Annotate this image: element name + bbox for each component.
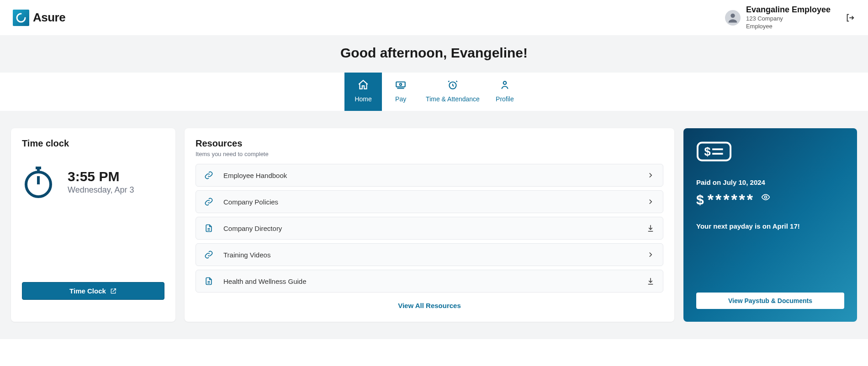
logo-mark — [13, 10, 29, 26]
main-content: Time clock 3:55 PM Wednesday, Apr 3 Time… — [0, 111, 868, 339]
download-icon — [646, 277, 655, 285]
logout-button[interactable] — [845, 13, 855, 23]
nav-ta-label: Time & Attendance — [426, 95, 480, 103]
pay-card-icon: $ — [696, 141, 732, 162]
cash-icon — [395, 79, 407, 91]
chevron-right-icon — [646, 251, 655, 259]
svg-text:$: $ — [704, 145, 711, 158]
resources-card: Resources Items you need to complete Emp… — [185, 128, 674, 322]
chevron-right-icon — [646, 171, 655, 179]
resource-action-icon — [646, 251, 655, 259]
resource-label: Employee Handbook — [223, 172, 636, 179]
svg-rect-6 — [698, 143, 730, 161]
resource-leading-icon — [204, 171, 213, 180]
dollar-sign-icon: $ — [696, 192, 704, 208]
resource-label: Health and Wellness Guide — [223, 277, 636, 285]
user-icon — [726, 11, 739, 24]
time-block: 3:55 PM Wednesday, Apr 3 — [22, 163, 164, 200]
svg-rect-1 — [396, 82, 405, 87]
logo-text: Asure — [33, 10, 65, 25]
resource-action-icon — [646, 198, 655, 206]
resource-label: Company Policies — [223, 198, 636, 206]
greeting-text: Good afternoon, Evangeline! — [0, 45, 868, 61]
resource-item[interactable]: Health and Wellness Guide — [196, 270, 663, 293]
link-icon — [204, 171, 213, 180]
user-info: Evangaline Employee 123 Company Employee — [746, 5, 831, 31]
svg-point-0 — [730, 13, 735, 17]
pay-card: $ Paid on July 10, 2024 $ ****** Your ne… — [683, 128, 857, 322]
eye-icon[interactable] — [761, 193, 770, 202]
resource-item[interactable]: Employee Handbook — [196, 164, 663, 187]
logo[interactable]: Asure — [13, 10, 65, 26]
time-clock-button-label: Time Clock — [69, 287, 106, 295]
resource-leading-icon — [204, 224, 213, 233]
resource-item[interactable]: Company Policies — [196, 190, 663, 213]
nav-profile-label: Profile — [496, 95, 514, 103]
time-clock-title: Time clock — [22, 138, 164, 149]
time-clock-card: Time clock 3:55 PM Wednesday, Apr 3 Time… — [11, 128, 175, 322]
resource-action-icon — [646, 224, 655, 232]
resource-item[interactable]: Company Directory — [196, 217, 663, 240]
nav-time-attendance[interactable]: Time & Attendance — [419, 73, 486, 111]
alarm-icon — [447, 79, 459, 91]
nav-pay-label: Pay — [395, 95, 406, 103]
greeting-banner: Good afternoon, Evangeline! — [0, 35, 868, 73]
nav-home-label: Home — [355, 95, 371, 103]
svg-point-2 — [400, 84, 402, 85]
resource-leading-icon — [204, 277, 213, 286]
nav-profile[interactable]: Profile — [486, 73, 524, 111]
document-icon — [204, 277, 213, 286]
user-role: Employee — [746, 23, 831, 31]
svg-point-4 — [503, 82, 507, 85]
time-date: Wednesday, Apr 3 — [68, 185, 134, 195]
link-icon — [204, 250, 213, 259]
profile-icon — [499, 79, 511, 91]
document-icon — [204, 224, 213, 233]
user-company: 123 Company — [746, 15, 831, 23]
main-nav: Home Pay Time & Attendance Profile — [0, 73, 868, 111]
paid-on-text: Paid on July 10, 2024 — [696, 178, 844, 186]
nav-home[interactable]: Home — [344, 73, 382, 111]
resource-item[interactable]: Training Videos — [196, 243, 663, 266]
resource-leading-icon — [204, 197, 213, 206]
logout-icon — [845, 13, 855, 23]
time-clock-button[interactable]: Time Clock — [22, 282, 164, 300]
pay-amount: $ ****** — [696, 191, 844, 209]
chevron-right-icon — [646, 198, 655, 206]
resource-action-icon — [646, 277, 655, 285]
home-icon — [357, 79, 369, 91]
logo-icon — [16, 12, 26, 23]
header: Asure Evangaline Employee 123 Company Em… — [0, 0, 868, 35]
resources-list: Employee HandbookCompany PoliciesCompany… — [196, 164, 663, 293]
stopwatch-icon — [22, 163, 55, 200]
svg-point-10 — [765, 196, 767, 198]
resource-action-icon — [646, 171, 655, 179]
download-icon — [646, 224, 655, 232]
view-paystub-button[interactable]: View Paystub & Documents — [696, 293, 844, 309]
next-payday-text: Your next payday is on April 17! — [696, 222, 844, 230]
nav-pay[interactable]: Pay — [382, 73, 419, 111]
time-value: 3:55 PM — [68, 169, 134, 184]
link-icon — [204, 197, 213, 206]
avatar[interactable] — [725, 10, 741, 26]
user-area: Evangaline Employee 123 Company Employee — [725, 5, 855, 31]
resources-title: Resources — [196, 138, 663, 149]
resource-leading-icon — [204, 250, 213, 259]
masked-amount: ****** — [708, 191, 755, 209]
resource-label: Company Directory — [223, 225, 636, 232]
user-name: Evangaline Employee — [746, 5, 831, 15]
resource-label: Training Videos — [223, 251, 636, 259]
resources-subtitle: Items you need to complete — [196, 151, 663, 157]
external-link-icon — [110, 288, 117, 295]
view-all-resources[interactable]: View All Resources — [196, 296, 663, 311]
